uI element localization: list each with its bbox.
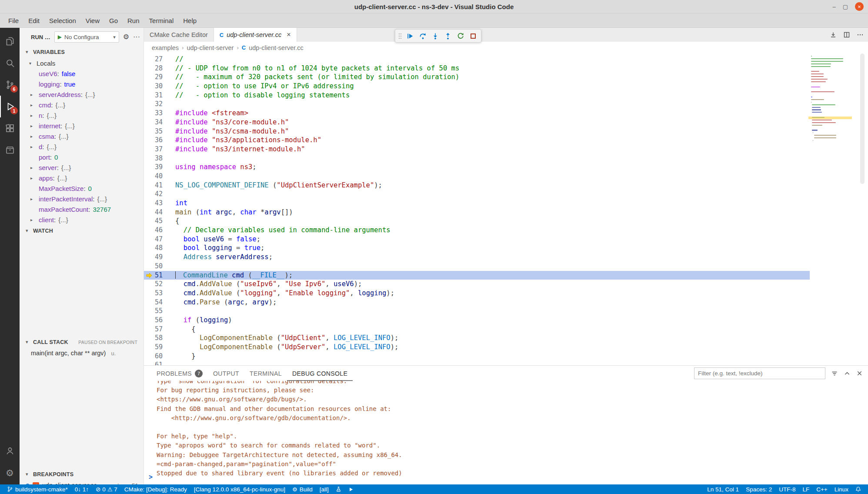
variable-row[interactable]: ▸client:{...} (20, 214, 144, 225)
code-area[interactable]: 27//28// - UDP flow from n0 to n1 of 102… (144, 53, 868, 365)
debug-console[interactable]: Type "show configuration" for configurat… (144, 381, 868, 484)
sync-status[interactable]: 0↓ 1↑ (71, 484, 92, 494)
cmake-kit-status[interactable]: [Clang 12.0.0 x86_64-pc-linux-gnu] (190, 484, 289, 494)
code-line[interactable]: 33#include <fstream> (144, 109, 810, 118)
variable-row[interactable]: port:0 (20, 152, 144, 162)
editor-scrollbar[interactable] (860, 53, 865, 184)
code-line[interactable]: 55 (144, 307, 810, 316)
close-tab-icon[interactable]: × (287, 31, 290, 38)
extensions-icon[interactable] (0, 117, 20, 139)
breakpoints-section-header[interactable]: ▾ BREAKPOINTS (20, 468, 144, 480)
variable-row[interactable]: maxPacketCount:32767 (20, 204, 144, 214)
breadcrumb-udp-client-server[interactable]: udp-client-server (187, 44, 234, 51)
problems-status[interactable]: ⊘ 0 ⚠ 7 (92, 484, 121, 494)
variable-row[interactable]: ▸n:{...} (20, 110, 144, 120)
code-line[interactable]: 57 { (144, 325, 810, 334)
code-line[interactable]: 35#include "ns3/csma-module.h" (144, 127, 810, 136)
variable-row[interactable]: ▸d:{...} (20, 141, 144, 152)
chevron-collapsed-icon[interactable]: ▸ (30, 165, 33, 170)
cursor-position[interactable]: Ln 51, Col 1 (704, 484, 742, 494)
variables-section-header[interactable]: ▾ VARIABLES (20, 46, 144, 58)
breakpoint-row[interactable]: ✓ udp-client-server.cc exampl... 51 (20, 480, 144, 484)
gear-icon[interactable]: ⚙ (123, 33, 129, 40)
close-panel-icon[interactable] (856, 370, 863, 377)
variable-row[interactable]: ▸serverAddress:{...} (20, 89, 144, 100)
chevron-collapsed-icon[interactable]: ▸ (30, 197, 33, 201)
run-tests-button[interactable] (332, 484, 345, 494)
locals-scope-row[interactable]: ▾ Locals (20, 58, 144, 68)
console-prompt[interactable]: > (149, 473, 153, 482)
chevron-collapsed-icon[interactable]: ▸ (30, 124, 33, 128)
code-line[interactable]: 27// (144, 55, 810, 64)
chevron-collapsed-icon[interactable]: ▸ (30, 103, 33, 107)
package-icon[interactable] (0, 139, 20, 161)
account-icon[interactable] (0, 440, 20, 462)
code-line[interactable]: 61 (144, 360, 810, 365)
close-window-icon[interactable]: × (855, 2, 864, 11)
breakpoint-checkbox[interactable]: ✓ (33, 482, 39, 485)
chevron-collapsed-icon[interactable]: ▸ (30, 92, 33, 97)
code-line[interactable]: 54 cmd.Parse (argc, argv); (144, 298, 810, 307)
panel-tab-debug-console[interactable]: DEBUG CONSOLE (287, 366, 353, 381)
chevron-collapsed-icon[interactable]: ▸ (30, 144, 33, 149)
build-button[interactable]: ⚙Build (289, 484, 316, 494)
code-line[interactable]: 28// - UDP flow from n0 to n1 of 1024 by… (144, 64, 810, 73)
download-icon[interactable] (830, 31, 837, 38)
code-line[interactable]: 56 if (logging) (144, 316, 810, 325)
panel-tab-output[interactable]: OUTPUT (208, 366, 244, 381)
filter-icon[interactable] (831, 370, 838, 377)
cmake-status[interactable]: CMake: [Debug]: Ready (121, 484, 190, 494)
chevron-collapsed-icon[interactable]: ▸ (30, 176, 33, 180)
code-line[interactable]: 43int (144, 199, 810, 208)
settings-gear-icon[interactable]: ⚙ (0, 462, 20, 484)
os-status[interactable]: Linux (831, 484, 852, 494)
variable-row[interactable]: ▸server:{...} (20, 162, 144, 173)
code-line[interactable]: 46 // Declare variables used in command-… (144, 226, 810, 235)
step-into-button[interactable] (430, 30, 441, 42)
menu-help[interactable]: Help (178, 13, 201, 27)
variable-row[interactable]: logging:true (20, 79, 144, 89)
variable-row[interactable]: ▸apps:{...} (20, 173, 144, 183)
chevron-expanded-icon[interactable]: ▾ (29, 61, 31, 66)
variable-row[interactable]: ▸csma:{...} (20, 131, 144, 141)
menu-selection[interactable]: Selection (44, 13, 81, 27)
callstack-section-header[interactable]: ▾ CALL STACK PAUSED ON BREAKPOINT (20, 336, 144, 348)
menu-edit[interactable]: Edit (23, 13, 44, 27)
code-line[interactable]: 60 } (144, 352, 810, 361)
variable-row[interactable]: ▸cmd:{...} (20, 100, 144, 110)
code-line[interactable]: 47 bool useV6 = false; (144, 235, 810, 244)
debug-config-dropdown[interactable]: ▶ No Configura ▾ (54, 31, 119, 43)
panel-tab-problems[interactable]: PROBLEMS7 (151, 366, 208, 381)
code-line[interactable]: 37#include "ns3/internet-module.h" (144, 145, 810, 154)
indentation-status[interactable]: Spaces: 2 (742, 484, 775, 494)
code-line[interactable]: 31// - option to disable logging stateme… (144, 91, 810, 100)
step-out-button[interactable] (442, 30, 454, 42)
code-line[interactable]: 34#include "ns3/core-module.h" (144, 118, 810, 127)
code-line[interactable]: 38 (144, 154, 810, 163)
variable-row[interactable]: ▸internet:{...} (20, 120, 144, 131)
code-line[interactable]: 48 bool logging = true; (144, 244, 810, 253)
code-line[interactable]: 51 CommandLine cmd (__FILE__); (144, 271, 810, 280)
code-line[interactable]: 39using namespace ns3; (144, 163, 810, 172)
search-icon[interactable] (0, 52, 20, 74)
more-actions-icon[interactable] (857, 31, 864, 38)
chevron-collapsed-icon[interactable]: ▸ (30, 134, 33, 139)
menu-terminal[interactable]: Terminal (144, 13, 179, 27)
code-line[interactable]: 29// - maximum of 320 packets sent (or l… (144, 73, 810, 82)
stop-button[interactable] (467, 30, 479, 42)
menu-go[interactable]: Go (104, 13, 123, 27)
code-line[interactable]: 50 (144, 262, 810, 271)
code-line[interactable]: 36#include "ns3/applications-module.h" (144, 136, 810, 145)
language-mode[interactable]: C++ (813, 484, 831, 494)
split-editor-icon[interactable] (843, 31, 850, 38)
panel-tab-terminal[interactable]: TERMINAL (244, 366, 287, 381)
code-line[interactable]: 49 Address serverAddress; (144, 253, 810, 262)
maximize-panel-icon[interactable] (844, 370, 851, 377)
code-line[interactable]: 52 cmd.AddValue ("useIpv6", "Use Ipv6", … (144, 280, 810, 289)
menu-file[interactable]: File (3, 13, 23, 27)
code-line[interactable]: 30// - option to use IPv4 or IPv6 addres… (144, 82, 810, 91)
console-filter-input[interactable] (694, 367, 825, 379)
restart-button[interactable] (455, 30, 466, 42)
continue-button[interactable] (404, 30, 416, 42)
minimap[interactable] (809, 56, 851, 182)
